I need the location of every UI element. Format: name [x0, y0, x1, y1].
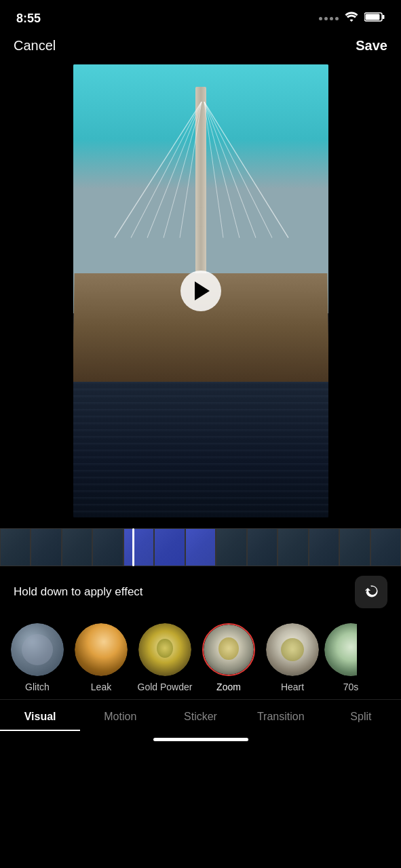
home-indicator — [0, 731, 401, 747]
film-frame-selected — [185, 528, 216, 566]
tab-sticker[interactable]: Sticker — [160, 700, 240, 731]
svg-line-11 — [204, 102, 240, 238]
undo-button[interactable] — [355, 576, 387, 608]
film-frame — [216, 528, 246, 566]
effect-label-heart: Heart — [281, 682, 304, 692]
effect-label-gold-powder: Gold Powder — [138, 682, 193, 692]
film-frame — [62, 528, 92, 566]
effect-item-glitch[interactable]: Glitch — [5, 623, 69, 692]
effect-thumb-zoom — [202, 623, 255, 676]
effect-label-zoom: Zoom — [216, 682, 241, 692]
film-frame — [370, 528, 401, 566]
svg-rect-2 — [366, 14, 380, 20]
effects-row: Glitch Leak Gold Powder Zoom — [0, 618, 401, 696]
svg-line-6 — [164, 102, 202, 238]
film-frame — [92, 528, 123, 566]
status-icons — [319, 12, 385, 25]
film-frame — [247, 528, 278, 566]
svg-line-8 — [204, 102, 288, 238]
top-navigation: Cancel Save — [0, 34, 401, 64]
water — [73, 382, 328, 517]
effect-item-zoom[interactable]: Zoom — [197, 623, 261, 692]
effect-thumbnail — [266, 623, 319, 676]
hold-instruction-text: Hold down to apply effect — [14, 585, 143, 599]
filmstrip[interactable] — [0, 528, 401, 566]
effect-thumb-heart — [266, 623, 319, 676]
home-bar — [153, 738, 248, 741]
film-frame-selected — [123, 528, 154, 566]
effect-thumb-70s — [324, 623, 377, 676]
timeline — [0, 517, 401, 566]
effect-thumbnail — [75, 623, 128, 676]
status-time: 8:55 — [16, 12, 41, 26]
effect-thumbnail — [138, 623, 191, 676]
film-frame — [0, 528, 31, 566]
effect-item-heart[interactable]: Heart — [261, 623, 324, 692]
save-button[interactable]: Save — [356, 38, 387, 54]
film-frame — [278, 528, 308, 566]
effect-thumb-leak — [75, 623, 128, 676]
film-frame — [31, 528, 61, 566]
effect-thumbnail — [204, 625, 254, 675]
effect-item-gold-powder[interactable]: Gold Powder — [133, 623, 197, 692]
water-reflection — [73, 382, 328, 517]
battery-icon — [364, 12, 385, 25]
tab-motion[interactable]: Motion — [80, 700, 160, 731]
undo-icon — [363, 584, 379, 600]
signal-icon — [319, 17, 339, 20]
video-preview — [73, 64, 328, 517]
wifi-icon — [344, 12, 359, 25]
effect-item-70s[interactable]: 70s — [324, 623, 377, 692]
svg-line-3 — [115, 102, 202, 238]
svg-line-9 — [204, 102, 272, 238]
effect-label-leak: Leak — [91, 682, 111, 692]
play-button[interactable] — [180, 271, 221, 311]
controls-bar: Hold down to apply effect — [0, 566, 401, 618]
effect-thumbnail — [11, 623, 64, 676]
film-frame — [339, 528, 370, 566]
svg-rect-1 — [383, 15, 385, 19]
svg-line-10 — [204, 102, 256, 238]
timeline-needle — [132, 528, 134, 566]
effect-label-glitch: Glitch — [25, 682, 50, 692]
tab-transition[interactable]: Transition — [241, 700, 321, 731]
effect-thumb-glitch — [11, 623, 64, 676]
effect-thumb-gold-powder — [138, 623, 191, 676]
svg-line-12 — [204, 102, 223, 238]
film-frame-selected — [154, 528, 185, 566]
svg-line-5 — [147, 102, 202, 238]
bottom-tabs: Visual Motion Sticker Transition Split — [0, 699, 401, 731]
film-frame — [309, 528, 339, 566]
play-triangle-icon — [195, 281, 210, 300]
tab-visual[interactable]: Visual — [0, 700, 80, 731]
filmstrip-track — [0, 528, 401, 566]
status-bar: 8:55 — [0, 0, 401, 34]
effect-thumbnail — [324, 623, 377, 676]
tab-split[interactable]: Split — [321, 700, 401, 731]
effect-item-leak[interactable]: Leak — [69, 623, 133, 692]
cancel-button[interactable]: Cancel — [14, 38, 56, 54]
effect-label-70s: 70s — [343, 682, 359, 692]
